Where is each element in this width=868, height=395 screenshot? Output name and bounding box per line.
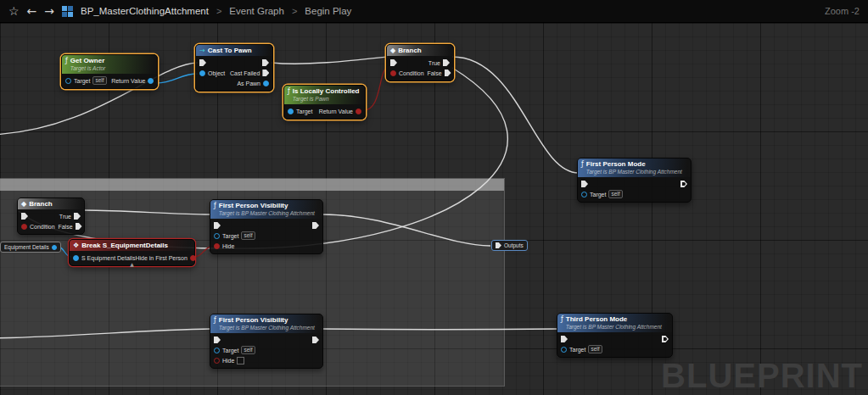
pin-label: Condition	[399, 70, 424, 76]
wire-getowner-to-object[interactable]	[156, 74, 198, 83]
node-header[interactable]: ƒ Get Owner Target is Actor	[62, 55, 157, 74]
exec-in-pin[interactable]	[561, 336, 568, 342]
node-header[interactable]: ❖ Break S_EquipmentDetails	[70, 240, 194, 251]
exec-in-pin[interactable]	[214, 337, 221, 343]
exec-in-pin[interactable]	[581, 181, 588, 187]
exec-out-pin[interactable]	[312, 222, 319, 229]
pin-label: Return Value	[111, 78, 145, 84]
object-pin[interactable]	[199, 70, 205, 76]
back-arrow-icon[interactable]: ←	[27, 0, 37, 23]
node-first-person-mode[interactable]: ƒ First Person Mode Target is BP Master …	[577, 158, 692, 203]
pin-label: Target	[296, 108, 312, 114]
exec-in-pin[interactable]	[390, 59, 397, 66]
exec-in-pin[interactable]	[214, 222, 221, 229]
comment-header[interactable]	[0, 179, 504, 191]
breadcrumb-event-graph[interactable]: Event Graph	[229, 6, 284, 16]
target-pin[interactable]	[288, 108, 294, 114]
node-outputs-tunnel[interactable]: Outputs	[491, 240, 528, 251]
blueprint-icon	[62, 6, 73, 17]
node-first-person-visibility-top[interactable]: ƒ First Person Visibility Target is BP M…	[210, 199, 323, 254]
function-icon: ƒ	[214, 316, 216, 324]
struct-in-pin[interactable]	[73, 255, 79, 261]
wire-cast-to-branch[interactable]	[272, 57, 388, 64]
node-cast-to-pawn[interactable]: → Cast To Pawn Object Cast Failed	[195, 44, 273, 92]
node-header[interactable]: ◆ Branch	[18, 198, 84, 209]
condition-pin[interactable]	[390, 70, 396, 76]
node-is-locally-controlled[interactable]: ƒ Is Locally Controlled Target is Pawn T…	[283, 85, 366, 120]
forward-arrow-icon[interactable]: →	[44, 0, 54, 23]
pin-label: Target	[590, 192, 606, 198]
node-header[interactable]: ◆ Branch	[387, 45, 453, 56]
node-first-person-visibility-bottom[interactable]: ƒ First Person Visibility Target is BP M…	[210, 314, 323, 369]
self-value-box[interactable]: self	[241, 346, 255, 354]
exec-in-pin[interactable]	[199, 59, 206, 66]
node-title: Break S_EquipmentDetails	[81, 242, 168, 249]
self-value-box[interactable]: self	[588, 345, 602, 353]
hide-pin[interactable]	[214, 243, 220, 249]
exec-out-pin[interactable]	[680, 181, 687, 187]
cast-icon: →	[199, 47, 205, 54]
return-value-pin[interactable]	[356, 108, 361, 114]
node-header[interactable]: ƒ Is Locally Controlled Target is Pawn	[284, 86, 365, 104]
node-third-person-mode[interactable]: ƒ Third Person Mode Target is BP Master …	[557, 313, 673, 358]
node-header[interactable]: ƒ First Person Visibility Target is BP M…	[210, 314, 322, 333]
target-pin[interactable]	[561, 347, 567, 353]
exec-out-pin[interactable]	[662, 336, 669, 342]
exec-out-pin[interactable]	[312, 337, 319, 343]
node-title: Third Person Mode	[566, 315, 662, 323]
node-header[interactable]: ƒ Third Person Mode Target is BP Master …	[557, 314, 672, 332]
node-branch-left[interactable]: ◆ Branch True Condition	[17, 198, 85, 235]
exec-in-pin[interactable]	[21, 213, 28, 220]
pin-label: Target	[222, 348, 238, 353]
return-value-pin[interactable]	[148, 78, 154, 84]
breadcrumb-blueprint[interactable]: BP_MasterClothingAttchment	[81, 6, 209, 16]
node-subtitle: Target is BP Master Clothing Attchment	[219, 324, 315, 331]
target-pin[interactable]	[65, 78, 71, 84]
hide-in-first-person-pin[interactable]	[190, 255, 196, 261]
zoom-level: Zoom -2	[825, 6, 860, 16]
cast-failed-pin[interactable]	[262, 70, 269, 76]
target-pin[interactable]	[581, 192, 587, 198]
node-title: First Person Visibility	[219, 202, 315, 209]
wire-islocally-to-condition[interactable]	[364, 68, 388, 110]
self-value-box[interactable]: self	[608, 190, 622, 198]
target-pin[interactable]	[214, 348, 220, 353]
pin-label: Hide	[222, 243, 234, 249]
condition-pin[interactable]	[21, 224, 27, 230]
pin-label: S Equipment Details	[81, 255, 135, 261]
node-get-owner[interactable]: ƒ Get Owner Target is Actor Target self …	[61, 54, 158, 89]
wire-branch-true-to-fpm[interactable]	[452, 57, 579, 173]
hidden-pins-expander-icon[interactable]: ▲	[130, 262, 134, 267]
tunnel-label: Equipment Details	[4, 243, 49, 251]
node-header[interactable]: ƒ First Person Mode Target is BP Master …	[578, 159, 691, 177]
pin-label: Object	[208, 70, 225, 76]
blueprint-watermark: BLUEPRINT	[661, 357, 863, 395]
equipment-details-pin[interactable]	[52, 245, 57, 250]
favorite-star-icon[interactable]: ☆	[8, 0, 20, 23]
self-value-box[interactable]: self	[92, 76, 106, 85]
graph-canvas[interactable]: BLUEPRINT ƒ Get Owner	[0, 23, 868, 395]
node-branch-top[interactable]: ◆ Branch True Condition	[386, 44, 454, 81]
breadcrumb-begin-play[interactable]: Begin Play	[305, 6, 351, 16]
hide-pin[interactable]	[214, 358, 220, 364]
target-pin[interactable]	[214, 233, 220, 239]
exec-out-pin[interactable]	[262, 59, 269, 66]
node-subtitle: Target is Actor	[70, 64, 105, 72]
hide-checkbox[interactable]	[237, 357, 244, 364]
node-header[interactable]: ƒ First Person Visibility Target is BP M…	[210, 200, 322, 219]
node-header[interactable]: → Cast To Pawn	[196, 45, 272, 56]
true-exec-pin[interactable]	[74, 213, 81, 220]
false-exec-pin[interactable]	[445, 70, 451, 76]
exec-in-pin[interactable]	[496, 242, 501, 248]
self-value-box[interactable]: self	[241, 231, 255, 240]
breadcrumb-separator-icon: >	[292, 6, 297, 16]
node-equipment-details-tunnel[interactable]: Equipment Details	[0, 242, 61, 253]
branch-icon: ◆	[390, 47, 395, 54]
as-pawn-pin[interactable]	[263, 81, 269, 86]
node-title: Branch	[398, 47, 422, 54]
node-title: First Person Visibility	[219, 316, 315, 324]
breadcrumb-separator-icon: >	[216, 6, 221, 16]
node-break-equipment-details[interactable]: ❖ Break S_EquipmentDetails S Equipment D…	[69, 239, 195, 266]
false-exec-pin[interactable]	[76, 223, 82, 230]
true-exec-pin[interactable]	[443, 59, 450, 66]
